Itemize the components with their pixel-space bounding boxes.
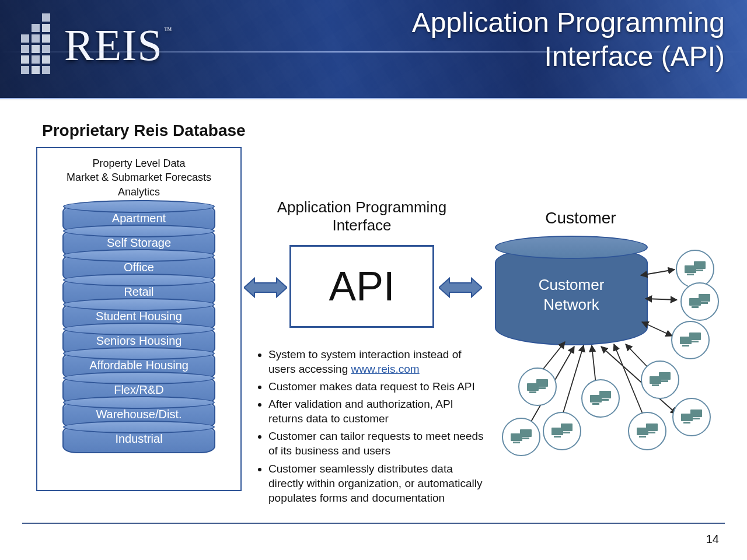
svg-rect-33 xyxy=(529,391,536,393)
svg-line-3 xyxy=(645,299,677,300)
svg-rect-18 xyxy=(699,294,710,302)
svg-rect-42 xyxy=(561,424,573,431)
client-node-icon xyxy=(672,398,711,436)
svg-rect-35 xyxy=(539,387,546,389)
svg-rect-14 xyxy=(694,261,706,269)
client-node-icon xyxy=(641,360,679,399)
svg-rect-23 xyxy=(692,341,699,342)
client-node-icon xyxy=(628,412,666,450)
svg-line-2 xyxy=(641,270,675,275)
svg-rect-39 xyxy=(522,438,529,439)
svg-rect-15 xyxy=(696,270,703,271)
svg-rect-26 xyxy=(659,372,671,380)
slide-body: Proprietary Reis Database Property Level… xyxy=(0,99,747,560)
brand-logo: REIS™ xyxy=(18,10,193,86)
svg-rect-34 xyxy=(536,379,548,387)
brand-wordmark: REIS™ xyxy=(64,20,171,71)
svg-rect-41 xyxy=(554,436,561,438)
footer-rule xyxy=(22,523,725,524)
svg-rect-27 xyxy=(661,380,668,382)
svg-rect-17 xyxy=(692,306,699,308)
client-node-icon xyxy=(518,368,557,406)
client-node-icon xyxy=(543,412,581,450)
svg-rect-30 xyxy=(599,391,611,398)
svg-rect-47 xyxy=(648,432,655,433)
svg-rect-45 xyxy=(639,436,646,438)
svg-rect-25 xyxy=(652,384,659,386)
client-node-icon xyxy=(671,321,710,359)
slide-title: Application Programming Interface (API) xyxy=(412,6,725,73)
client-node-icon xyxy=(581,379,620,418)
svg-rect-37 xyxy=(513,442,520,443)
slide-header: REIS™ Application Programming Interface … xyxy=(0,0,747,99)
svg-rect-49 xyxy=(683,422,690,424)
svg-rect-13 xyxy=(687,274,694,275)
svg-line-4 xyxy=(642,322,672,336)
brand-mark-icon xyxy=(18,13,58,83)
svg-line-8 xyxy=(560,345,584,422)
svg-rect-31 xyxy=(602,399,609,401)
svg-rect-19 xyxy=(701,302,708,304)
svg-rect-21 xyxy=(682,345,689,346)
svg-rect-46 xyxy=(646,424,658,431)
svg-rect-43 xyxy=(563,432,570,433)
svg-rect-38 xyxy=(520,429,532,437)
client-node-icon xyxy=(502,418,540,456)
node-arrows xyxy=(0,99,747,560)
svg-rect-50 xyxy=(690,410,702,417)
page-number: 14 xyxy=(706,533,719,546)
svg-rect-29 xyxy=(592,403,599,405)
svg-rect-51 xyxy=(693,418,700,419)
svg-rect-22 xyxy=(689,332,701,340)
client-node-icon xyxy=(680,282,719,321)
